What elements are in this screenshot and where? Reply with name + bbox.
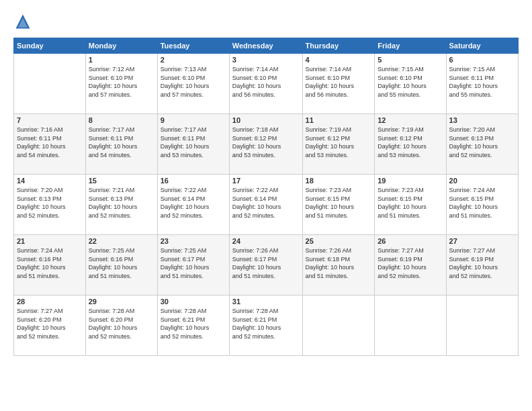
day-cell: 19Sunrise: 7:23 AM Sunset: 6:15 PM Dayli… bbox=[375, 175, 446, 235]
day-content: Sunrise: 7:14 AM Sunset: 6:10 PM Dayligh… bbox=[306, 65, 372, 99]
day-cell: 6Sunrise: 7:15 AM Sunset: 6:11 PM Daylig… bbox=[446, 54, 518, 114]
day-number: 25 bbox=[306, 237, 372, 245]
day-number: 14 bbox=[17, 177, 83, 185]
day-cell: 2Sunrise: 7:13 AM Sunset: 6:10 PM Daylig… bbox=[157, 54, 229, 114]
day-cell: 23Sunrise: 7:25 AM Sunset: 6:17 PM Dayli… bbox=[157, 235, 229, 295]
day-content: Sunrise: 7:22 AM Sunset: 6:14 PM Dayligh… bbox=[161, 186, 226, 220]
day-number: 7 bbox=[17, 116, 83, 124]
day-cell: 30Sunrise: 7:28 AM Sunset: 6:21 PM Dayli… bbox=[157, 295, 229, 356]
day-cell: 13Sunrise: 7:20 AM Sunset: 6:13 PM Dayli… bbox=[446, 114, 518, 175]
day-header-wednesday: Wednesday bbox=[229, 38, 302, 54]
header bbox=[13, 12, 519, 31]
day-cell: 14Sunrise: 7:20 AM Sunset: 6:13 PM Dayli… bbox=[14, 175, 86, 235]
day-cell: 5Sunrise: 7:15 AM Sunset: 6:10 PM Daylig… bbox=[375, 54, 446, 114]
day-number: 23 bbox=[161, 237, 226, 245]
week-row-4: 21Sunrise: 7:24 AM Sunset: 6:16 PM Dayli… bbox=[14, 235, 519, 295]
day-content: Sunrise: 7:15 AM Sunset: 6:11 PM Dayligh… bbox=[449, 65, 515, 99]
day-cell: 3Sunrise: 7:14 AM Sunset: 6:10 PM Daylig… bbox=[229, 54, 302, 114]
day-content: Sunrise: 7:21 AM Sunset: 6:13 PM Dayligh… bbox=[89, 186, 154, 220]
day-content: Sunrise: 7:15 AM Sunset: 6:10 PM Dayligh… bbox=[378, 65, 443, 99]
day-content: Sunrise: 7:13 AM Sunset: 6:10 PM Dayligh… bbox=[161, 65, 226, 99]
day-number: 26 bbox=[378, 237, 443, 245]
day-cell: 26Sunrise: 7:27 AM Sunset: 6:19 PM Dayli… bbox=[375, 235, 446, 295]
day-number: 21 bbox=[17, 237, 83, 245]
calendar-table: SundayMondayTuesdayWednesdayThursdayFrid… bbox=[13, 38, 519, 356]
week-row-5: 28Sunrise: 7:27 AM Sunset: 6:20 PM Dayli… bbox=[14, 295, 519, 356]
day-header-saturday: Saturday bbox=[446, 38, 518, 54]
day-header-tuesday: Tuesday bbox=[157, 38, 229, 54]
day-header-monday: Monday bbox=[85, 38, 157, 54]
day-content: Sunrise: 7:27 AM Sunset: 6:19 PM Dayligh… bbox=[378, 246, 443, 280]
day-cell: 27Sunrise: 7:27 AM Sunset: 6:19 PM Dayli… bbox=[446, 235, 518, 295]
day-content: Sunrise: 7:28 AM Sunset: 6:21 PM Dayligh… bbox=[161, 307, 226, 340]
day-number: 27 bbox=[449, 237, 515, 245]
day-header-sunday: Sunday bbox=[14, 38, 86, 54]
day-number: 10 bbox=[232, 116, 300, 124]
day-number: 19 bbox=[378, 177, 443, 185]
day-content: Sunrise: 7:16 AM Sunset: 6:11 PM Dayligh… bbox=[17, 126, 83, 159]
day-number: 29 bbox=[89, 298, 154, 306]
day-number: 5 bbox=[378, 56, 443, 64]
day-content: Sunrise: 7:12 AM Sunset: 6:10 PM Dayligh… bbox=[89, 65, 154, 99]
day-header-thursday: Thursday bbox=[302, 38, 375, 54]
days-header-row: SundayMondayTuesdayWednesdayThursdayFrid… bbox=[14, 38, 519, 54]
day-cell: 8Sunrise: 7:17 AM Sunset: 6:11 PM Daylig… bbox=[85, 114, 157, 175]
day-number: 22 bbox=[89, 237, 154, 245]
day-content: Sunrise: 7:20 AM Sunset: 6:13 PM Dayligh… bbox=[17, 186, 83, 220]
day-number: 20 bbox=[449, 177, 515, 185]
day-number: 12 bbox=[378, 116, 443, 124]
day-cell: 16Sunrise: 7:22 AM Sunset: 6:14 PM Dayli… bbox=[157, 175, 229, 235]
day-cell: 1Sunrise: 7:12 AM Sunset: 6:10 PM Daylig… bbox=[85, 54, 157, 114]
day-number: 2 bbox=[161, 56, 226, 64]
day-content: Sunrise: 7:26 AM Sunset: 6:18 PM Dayligh… bbox=[306, 246, 372, 280]
day-cell: 9Sunrise: 7:17 AM Sunset: 6:11 PM Daylig… bbox=[157, 114, 229, 175]
day-cell: 17Sunrise: 7:22 AM Sunset: 6:14 PM Dayli… bbox=[229, 175, 302, 235]
day-content: Sunrise: 7:23 AM Sunset: 6:15 PM Dayligh… bbox=[378, 186, 443, 220]
day-content: Sunrise: 7:28 AM Sunset: 6:21 PM Dayligh… bbox=[232, 307, 300, 340]
day-content: Sunrise: 7:17 AM Sunset: 6:11 PM Dayligh… bbox=[161, 126, 226, 159]
day-number: 16 bbox=[161, 177, 226, 185]
day-cell: 7Sunrise: 7:16 AM Sunset: 6:11 PM Daylig… bbox=[14, 114, 86, 175]
day-content: Sunrise: 7:24 AM Sunset: 6:16 PM Dayligh… bbox=[17, 246, 83, 280]
day-number: 1 bbox=[89, 56, 154, 64]
logo-icon bbox=[13, 12, 32, 31]
day-cell: 25Sunrise: 7:26 AM Sunset: 6:18 PM Dayli… bbox=[302, 235, 375, 295]
day-number: 30 bbox=[161, 298, 226, 306]
day-cell bbox=[302, 295, 375, 356]
week-row-2: 7Sunrise: 7:16 AM Sunset: 6:11 PM Daylig… bbox=[14, 114, 519, 175]
day-content: Sunrise: 7:25 AM Sunset: 6:17 PM Dayligh… bbox=[161, 246, 226, 280]
day-cell bbox=[375, 295, 446, 356]
calendar-page: SundayMondayTuesdayWednesdayThursdayFrid… bbox=[0, 0, 532, 411]
day-number: 28 bbox=[17, 298, 83, 306]
day-cell: 4Sunrise: 7:14 AM Sunset: 6:10 PM Daylig… bbox=[302, 54, 375, 114]
day-number: 11 bbox=[306, 116, 372, 124]
day-number: 6 bbox=[449, 56, 515, 64]
day-header-friday: Friday bbox=[375, 38, 446, 54]
day-cell: 11Sunrise: 7:19 AM Sunset: 6:12 PM Dayli… bbox=[302, 114, 375, 175]
day-number: 13 bbox=[449, 116, 515, 124]
day-number: 15 bbox=[89, 177, 154, 185]
day-number: 24 bbox=[232, 237, 300, 245]
day-number: 31 bbox=[232, 298, 300, 306]
day-content: Sunrise: 7:19 AM Sunset: 6:12 PM Dayligh… bbox=[378, 126, 443, 159]
day-cell: 31Sunrise: 7:28 AM Sunset: 6:21 PM Dayli… bbox=[229, 295, 302, 356]
day-content: Sunrise: 7:14 AM Sunset: 6:10 PM Dayligh… bbox=[232, 65, 300, 99]
week-row-3: 14Sunrise: 7:20 AM Sunset: 6:13 PM Dayli… bbox=[14, 175, 519, 235]
day-number: 8 bbox=[89, 116, 154, 124]
day-cell bbox=[14, 54, 86, 114]
day-content: Sunrise: 7:27 AM Sunset: 6:20 PM Dayligh… bbox=[17, 307, 83, 340]
day-number: 17 bbox=[232, 177, 300, 185]
day-cell: 24Sunrise: 7:26 AM Sunset: 6:17 PM Dayli… bbox=[229, 235, 302, 295]
day-number: 4 bbox=[306, 56, 372, 64]
day-content: Sunrise: 7:26 AM Sunset: 6:17 PM Dayligh… bbox=[232, 246, 300, 280]
day-cell: 29Sunrise: 7:28 AM Sunset: 6:20 PM Dayli… bbox=[85, 295, 157, 356]
logo bbox=[13, 12, 35, 31]
week-row-1: 1Sunrise: 7:12 AM Sunset: 6:10 PM Daylig… bbox=[14, 54, 519, 114]
day-cell bbox=[446, 295, 518, 356]
day-number: 9 bbox=[161, 116, 226, 124]
day-content: Sunrise: 7:22 AM Sunset: 6:14 PM Dayligh… bbox=[232, 186, 300, 220]
day-cell: 18Sunrise: 7:23 AM Sunset: 6:15 PM Dayli… bbox=[302, 175, 375, 235]
day-cell: 15Sunrise: 7:21 AM Sunset: 6:13 PM Dayli… bbox=[85, 175, 157, 235]
day-cell: 12Sunrise: 7:19 AM Sunset: 6:12 PM Dayli… bbox=[375, 114, 446, 175]
day-cell: 28Sunrise: 7:27 AM Sunset: 6:20 PM Dayli… bbox=[14, 295, 86, 356]
